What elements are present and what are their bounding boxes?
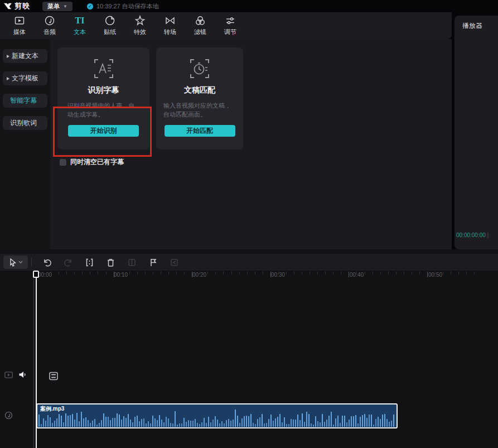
sticker-icon [104, 15, 115, 26]
app-window: 剪映 菜单 ▼ ✓ 10:39:27 自动保存本地 媒体 音频 TI 文本 贴纸 [0, 0, 498, 448]
track-header-divider [33, 272, 34, 448]
capcut-logo-icon [3, 2, 12, 10]
filter-icon [195, 15, 206, 26]
freeze-frame-button[interactable] [121, 256, 142, 269]
delete-button[interactable] [100, 256, 121, 269]
audio-clip-案例mp3[interactable]: 案例.mp3 [36, 403, 398, 428]
ruler-label: 00:00 [38, 272, 52, 278]
timeline-toolbar [0, 254, 498, 271]
tab-text[interactable]: TI 文本 [65, 12, 95, 39]
start-match-button[interactable]: 开始匹配 [165, 125, 235, 137]
split-icon [85, 258, 94, 267]
timeline-ruler[interactable]: 00:00 00:10 00:20 00:30 00:40 00:50 [0, 271, 498, 281]
expand-arrow-icon [7, 55, 9, 58]
checkbox-unchecked[interactable] [60, 159, 66, 166]
tab-filter[interactable]: 滤镜 [185, 12, 215, 39]
reverse-button[interactable] [163, 256, 185, 269]
top-bar: 剪映 菜单 ▼ ✓ 10:39:27 自动保存本地 [0, 0, 498, 12]
player-panel: 播放器 00:00:00:00 | [455, 16, 498, 249]
tab-adjust[interactable]: 调节 [215, 12, 245, 39]
checkbox-label: 同时清空已有字幕 [70, 157, 124, 167]
timecode-value: 00:00:00:00 [456, 232, 486, 238]
timecode-separator: | [487, 232, 489, 238]
media-type-toolbar: 媒体 音频 TI 文本 贴纸 特效 转场 滤镜 调节 [0, 12, 452, 39]
menu-button-label: 菜单 [47, 2, 60, 11]
playhead-line [36, 277, 37, 448]
mute-speaker-icon[interactable] [18, 371, 27, 378]
text-icon: TI [75, 15, 85, 26]
empty-video-track-icon[interactable] [49, 372, 58, 380]
audio-icon [44, 15, 55, 26]
card-title: 文稿匹配 [184, 85, 215, 95]
split-button[interactable] [79, 256, 100, 269]
undo-button[interactable] [36, 256, 57, 269]
video-track-header [0, 371, 33, 378]
adjust-icon [225, 15, 236, 26]
cursor-icon [9, 258, 17, 267]
transition-icon [165, 15, 176, 26]
tab-sticker[interactable]: 贴纸 [95, 12, 125, 39]
expand-arrow-icon [7, 77, 9, 80]
effects-icon [134, 15, 146, 26]
toolbar-divider [31, 258, 32, 267]
tab-media[interactable]: 媒体 [4, 12, 35, 39]
flag-button[interactable] [142, 256, 163, 269]
reverse-icon [170, 258, 179, 267]
autosave-status: ✓ 10:39:27 自动保存本地 [87, 2, 159, 11]
card-description: 识别音视频中的人声，自动生成字幕。 [67, 101, 140, 119]
card-script-match: 文稿匹配 输入音视频对应的文稿，自动匹配画面。 开始匹配 [156, 47, 243, 150]
menu-button[interactable]: 菜单 ▼ [42, 2, 72, 11]
tab-effects[interactable]: 特效 [125, 12, 155, 39]
clear-existing-subtitles-option[interactable]: 同时清空已有字幕 [60, 157, 124, 167]
ruler-label: 00:10 [114, 272, 128, 278]
chevron-down-icon [18, 261, 23, 264]
freeze-frame-icon [127, 258, 137, 267]
select-tool-button[interactable] [3, 256, 28, 269]
chevron-down-icon: ▼ [63, 4, 67, 9]
sidebar-item-new-text[interactable]: 新建文本 [3, 49, 47, 63]
redo-button[interactable] [57, 256, 79, 269]
sidebar-item-smart-subtitle[interactable]: 智能字幕 [3, 94, 47, 108]
sidebar-item-recognize-lyrics[interactable]: 识别歌词 [3, 116, 47, 130]
card-description: 输入音视频对应的文稿，自动匹配画面。 [163, 101, 236, 119]
undo-icon [42, 258, 52, 267]
video-track-toggle-icon[interactable] [4, 372, 13, 378]
sidebar-item-text-template[interactable]: 文字模板 [3, 71, 47, 85]
text-sidebar: 新建文本 文字模板 智能字幕 识别歌词 [0, 39, 50, 249]
script-match-icon [187, 56, 212, 81]
smart-subtitle-panel: 识别字幕 识别音视频中的人声，自动生成字幕。 开始识别 文稿匹配 输入音视频对应… [50, 39, 452, 249]
timeline-section: 00:00 00:10 00:20 00:30 00:40 00:50 案例.m… [0, 249, 498, 448]
tab-audio[interactable]: 音频 [35, 12, 65, 39]
app-title: 剪映 [14, 1, 30, 11]
redo-icon [64, 258, 73, 267]
autosave-text: 10:39:27 自动保存本地 [96, 2, 159, 11]
player-timecode: 00:00:00:00 | [456, 232, 489, 238]
card-title: 识别字幕 [88, 85, 119, 95]
autosave-check-icon: ✓ [87, 3, 93, 9]
audio-waveform [38, 410, 395, 427]
trash-icon [106, 258, 115, 267]
playhead-handle[interactable] [33, 271, 39, 278]
flag-icon [148, 258, 158, 267]
start-recognize-button[interactable]: 开始识别 [68, 125, 139, 137]
tab-transition[interactable]: 转场 [155, 12, 185, 39]
app-logo: 剪映 [3, 1, 30, 11]
card-recognize-subtitle: 识别字幕 识别音视频中的人声，自动生成字幕。 开始识别 [57, 47, 149, 150]
player-title: 播放器 [462, 21, 482, 31]
media-icon [14, 15, 25, 26]
clip-name: 案例.mp3 [40, 405, 64, 413]
subtitle-recognize-icon [91, 56, 116, 81]
audio-track-icon[interactable] [4, 411, 13, 420]
